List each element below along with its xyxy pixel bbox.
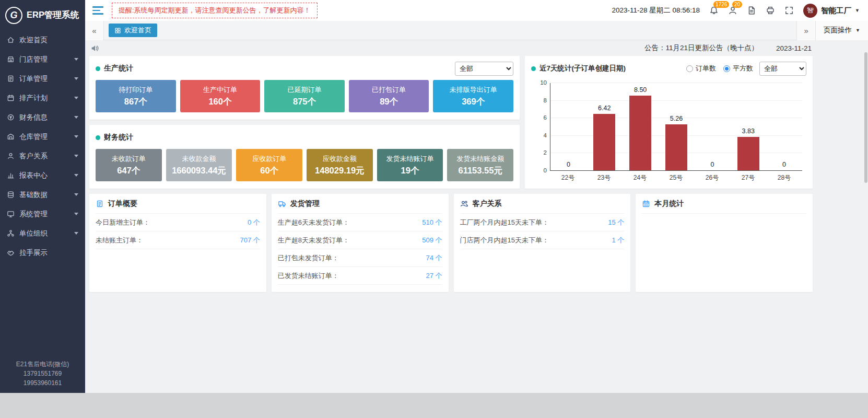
sidebar-item-label: 单位组织 — [19, 229, 48, 238]
datetime-display: 2023-11-28 星期二 08:56:18 — [612, 6, 700, 15]
chart-bar-value: 0 — [782, 161, 786, 168]
menu-toggle-icon[interactable] — [92, 6, 103, 15]
sidebar-item-warehouse[interactable]: 仓库管理 — [0, 127, 85, 146]
scroll-tabs-right-button[interactable]: » — [796, 21, 815, 40]
radio-circle-icon — [686, 65, 693, 72]
sidebar-item-handshake[interactable]: 拉手展示 — [0, 243, 85, 262]
stat-row-value[interactable]: 15 个 — [608, 218, 624, 227]
stat-card-label: 待打印订单 — [119, 85, 153, 95]
summary-panels: 订单概要今日新增主订单：0 个未结账主订单：707 个发货管理生产超6天未发货订… — [89, 194, 813, 292]
bar-chart: 024681006.428.505.2603.830 22号23号24号25号2… — [550, 83, 802, 182]
teal-dot-icon — [531, 66, 536, 71]
stat-row-value[interactable]: 1 个 — [612, 236, 624, 245]
stat-row-value[interactable]: 707 个 — [240, 236, 260, 245]
sidebar-item-customer[interactable]: 客户关系 — [0, 146, 85, 166]
user-menu[interactable]: 智 智能工厂 ▼ — [803, 4, 860, 18]
chart-filter-select[interactable]: 全部 — [759, 62, 806, 76]
stat-card[interactable]: 应收款金额148029.19元 — [307, 149, 373, 181]
chart-slot: 5.26 — [659, 83, 695, 170]
customer-icon — [7, 152, 15, 160]
chevron-down-icon — [74, 58, 78, 61]
sidebar-item-report[interactable]: 报表中心 — [0, 166, 85, 185]
production-filter-select[interactable]: 全部 — [455, 62, 513, 76]
stat-card[interactable]: 应收款订单60个 — [236, 149, 302, 181]
chart-x-axis: 22号23号24号25号26号27号28号 — [550, 173, 802, 182]
sidebar-item-system[interactable]: 系统管理 — [0, 204, 85, 224]
sidebar-item-label: 财务信息 — [19, 113, 48, 122]
sidebar-item-label: 基础数据 — [19, 190, 48, 200]
sidebar-item-org[interactable]: 单位组织 — [0, 224, 85, 243]
notifications-button[interactable]: 1726 — [709, 6, 719, 15]
stat-card-label: 应收款订单 — [252, 154, 286, 164]
week-stats-header: 近7天统计(子订单创建日期) 订单数平方数 全部 — [531, 60, 806, 77]
stat-row-label: 门店两个月内超15天未下单： — [460, 236, 549, 245]
stat-card[interactable]: 发货未结账金额61153.55元 — [447, 149, 513, 181]
user-messages-button[interactable]: 20 — [728, 6, 737, 15]
scrollbar[interactable] — [864, 41, 868, 393]
stat-row: 门店两个月内超15天未下单：1 个 — [460, 231, 625, 249]
summary-panel-title: 订单概要 — [108, 199, 137, 208]
stat-card[interactable]: 生产中订单160个 — [180, 80, 261, 112]
announcement-date: 2023-11-21 — [776, 44, 812, 52]
chart-bar-value: 8.50 — [634, 86, 647, 94]
stat-row-value[interactable]: 510 个 — [422, 218, 442, 227]
sidebar-item-data[interactable]: 基础数据 — [0, 185, 85, 204]
sidebar-item-label: 排产计划 — [19, 94, 48, 103]
production-stats-header: 生产统计 全部 — [96, 60, 513, 77]
chevron-down-icon — [74, 155, 78, 157]
scrollbar-thumb[interactable] — [864, 52, 867, 183]
sidebar-item-order[interactable]: 订单管理 — [0, 69, 85, 88]
page-operations-button[interactable]: 页面操作 ▼ — [815, 21, 868, 40]
erp-app: G ERP管理系统 欢迎首页门店管理订单管理排产计划财务信息仓库管理客户关系报表… — [0, 0, 868, 393]
stat-row: 生产超8天未发货订单：509 个 — [278, 231, 442, 249]
radio-label: 平方数 — [733, 64, 753, 73]
logo-icon: G — [5, 7, 22, 24]
tab-welcome-home[interactable]: 欢迎首页 — [109, 24, 157, 37]
documents-button[interactable] — [747, 6, 756, 15]
calendar-icon — [7, 94, 15, 102]
chart-metric-radios: 订单数平方数 — [679, 64, 753, 73]
print-button[interactable] — [766, 6, 775, 15]
notifications-badge: 1726 — [713, 1, 729, 8]
radio-square-count[interactable]: 平方数 — [723, 64, 753, 73]
stat-card[interactable]: 已延期订单875个 — [264, 80, 345, 112]
stat-row-value[interactable]: 509 个 — [422, 236, 442, 245]
stat-row-label: 生产超8天未发货订单： — [278, 236, 349, 245]
warehouse-icon — [7, 133, 15, 141]
caret-down-icon: ▼ — [855, 28, 860, 33]
support-phone-1: 13791551769 — [0, 369, 85, 378]
org-icon — [7, 229, 15, 237]
summary-panel-order-summary: 订单概要今日新增主订单：0 个未结账主订单：707 个 — [89, 194, 266, 292]
fullscreen-button[interactable] — [784, 6, 794, 15]
chart-bar — [665, 124, 687, 170]
radio-order-count[interactable]: 订单数 — [686, 64, 716, 73]
stat-card[interactable]: 未排版导出订单369个 — [433, 80, 513, 112]
stat-card[interactable]: 已打包订单89个 — [349, 80, 429, 112]
chart-bar-value: 5.26 — [670, 115, 683, 122]
y-axis-label: 8 — [544, 97, 547, 103]
sidebar-item-calendar[interactable]: 排产计划 — [0, 88, 85, 108]
stat-card[interactable]: 未收款订单647个 — [96, 149, 162, 181]
x-axis-label: 27号 — [730, 173, 766, 182]
x-axis-label: 28号 — [766, 173, 802, 182]
stat-card-label: 生产中订单 — [203, 85, 237, 95]
stat-row-label: 已发货未结账订单： — [278, 271, 339, 281]
announcement-text[interactable]: 公告：11月21日更新公告（晚十点） — [644, 43, 758, 53]
stat-card-label: 发货未结账订单 — [386, 154, 434, 164]
stat-row-value[interactable]: 74 个 — [426, 253, 442, 263]
summary-panel-header: 客户关系 — [460, 194, 625, 214]
support-phone-2: 19953960161 — [0, 378, 85, 388]
stat-card[interactable]: 未收款金额1660093.44元 — [166, 149, 232, 181]
dashboard-content: 公告：11月21日更新公告（晚十点） 2023-11-21 生产统计 全部 待打… — [85, 40, 868, 393]
stat-card[interactable]: 待打印订单867个 — [96, 80, 176, 112]
stat-card[interactable]: 发货未结账订单19个 — [377, 149, 443, 181]
stat-card-label: 未排版导出订单 — [450, 85, 497, 95]
production-stats-panel: 生产统计 全部 待打印订单867个生产中订单160个已延期订单875个已打包订单… — [89, 56, 520, 120]
sidebar-item-finance[interactable]: 财务信息 — [0, 108, 85, 127]
sidebar-item-home[interactable]: 欢迎首页 — [0, 30, 85, 50]
scroll-tabs-left-button[interactable]: « — [85, 21, 104, 40]
sidebar-item-label: 系统管理 — [19, 210, 48, 219]
sidebar-item-store[interactable]: 门店管理 — [0, 50, 85, 69]
stat-row-value[interactable]: 0 个 — [248, 218, 260, 227]
stat-row-value[interactable]: 27 个 — [426, 271, 442, 281]
